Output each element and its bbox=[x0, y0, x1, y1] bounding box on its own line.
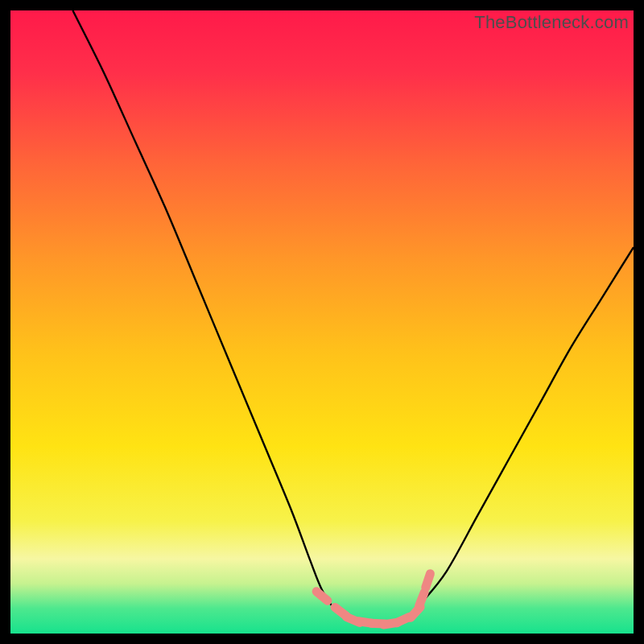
highlight-marker bbox=[419, 592, 425, 606]
bottleneck-chart bbox=[10, 10, 634, 634]
watermark-text: TheBottleneck.com bbox=[474, 12, 629, 33]
highlight-marker bbox=[426, 574, 431, 588]
chart-frame: TheBottleneck.com bbox=[10, 10, 634, 634]
gradient-background bbox=[10, 10, 634, 634]
